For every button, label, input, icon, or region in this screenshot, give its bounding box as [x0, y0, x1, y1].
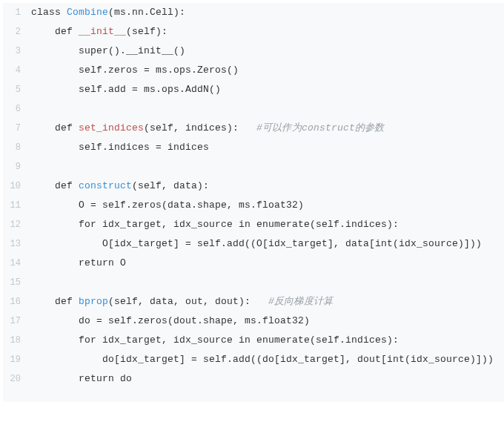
- code-line: 11 O = self.zeros(data.shape, ms.float32…: [3, 196, 504, 215]
- code-line: 9: [3, 157, 504, 177]
- code-token: return: [79, 257, 114, 268]
- code-line: 10 def construct(self, data):: [3, 177, 504, 196]
- code-token: [31, 180, 55, 191]
- code-text: return do: [31, 369, 132, 389]
- line-number: 11: [3, 196, 31, 215]
- code-token: self.add = ms.ops.AddN(): [31, 84, 221, 95]
- code-token: enumerate(self.indices):: [251, 219, 399, 230]
- code-line: 7 def set_indices(self, indices): #可以作为c…: [3, 119, 504, 138]
- code-text: return O: [31, 254, 126, 273]
- code-text: do = self.zeros(dout.shape, ms.float32): [31, 311, 310, 331]
- code-text: class Combine(ms.nn.Cell):: [31, 3, 185, 22]
- code-token: super().__init__(): [31, 45, 185, 56]
- code-token: (ms.nn.Cell):: [108, 7, 185, 18]
- code-line: 14 return O: [3, 254, 504, 273]
- code-token: __init__: [79, 26, 126, 37]
- code-text: super().__init__(): [31, 42, 185, 61]
- code-token: (self, data):: [132, 180, 209, 191]
- code-line: 6: [3, 99, 504, 119]
- code-token: [31, 257, 79, 268]
- code-token: do: [114, 373, 132, 384]
- code-token: O[idx_target] = self.add((O[idx_target],…: [31, 238, 482, 249]
- code-token: (self, indices):: [144, 122, 256, 133]
- code-text: self.indices = indices: [31, 138, 209, 157]
- code-token: def: [55, 296, 79, 307]
- code-token: in: [239, 334, 251, 346]
- line-number: 6: [3, 99, 31, 119]
- code-token: for: [79, 219, 96, 230]
- code-token: (self):: [126, 26, 168, 37]
- code-line: 2 def __init__(self):: [3, 22, 504, 42]
- line-number: 15: [3, 273, 31, 292]
- code-text: O[idx_target] = self.add((O[idx_target],…: [31, 234, 482, 254]
- code-token: [31, 373, 79, 384]
- line-number: 19: [3, 350, 31, 369]
- code-text: def set_indices(self, indices): #可以作为con…: [31, 119, 385, 138]
- line-number: 16: [3, 292, 31, 311]
- code-token: construct: [79, 180, 132, 191]
- code-line: 4 self.zeros = ms.ops.Zeros(): [3, 61, 504, 80]
- code-text: def construct(self, data):: [31, 177, 209, 196]
- code-token: Combine: [67, 7, 108, 18]
- code-token: idx_target, idx_source: [96, 219, 239, 230]
- code-token: do[idx_target] = self.add((do[idx_target…: [31, 354, 494, 365]
- code-line: 3 super().__init__(): [3, 42, 504, 61]
- line-number: 1: [3, 3, 31, 22]
- code-token: for: [79, 334, 96, 346]
- line-number: 20: [3, 369, 31, 389]
- code-token: bprop: [79, 296, 108, 307]
- code-token: self.indices = indices: [31, 142, 209, 153]
- code-token: [31, 219, 79, 230]
- code-line: 18 for idx_target, idx_source in enumera…: [3, 331, 504, 350]
- line-number: 9: [3, 157, 31, 177]
- code-text: def bprop(self, data, out, dout): #反向梯度计…: [31, 292, 333, 311]
- code-token: [31, 26, 55, 37]
- code-line: 5 self.add = ms.ops.AddN(): [3, 80, 504, 99]
- code-text: self.zeros = ms.ops.Zeros(): [31, 61, 239, 80]
- code-block: 1class Combine(ms.nn.Cell):2 def __init_…: [3, 3, 504, 402]
- code-token: idx_target, idx_source: [96, 334, 239, 346]
- code-token: (self, data, out, dout):: [108, 296, 268, 307]
- line-number: 17: [3, 311, 31, 331]
- line-number: 12: [3, 215, 31, 234]
- code-token: enumerate(self.indices):: [251, 334, 399, 346]
- code-token: return: [79, 373, 114, 384]
- line-number: 8: [3, 138, 31, 157]
- code-token: class: [31, 7, 67, 18]
- code-token: O: [114, 257, 126, 268]
- code-token: def: [55, 26, 79, 37]
- code-text: O = self.zeros(data.shape, ms.float32): [31, 196, 304, 215]
- code-scroll-region[interactable]: 1class Combine(ms.nn.Cell):2 def __init_…: [3, 3, 504, 389]
- code-token: in: [239, 219, 251, 230]
- line-number: 4: [3, 61, 31, 80]
- code-line: 8 self.indices = indices: [3, 138, 504, 157]
- line-number: 2: [3, 22, 31, 42]
- code-token: [31, 296, 55, 307]
- code-token: set_indices: [79, 122, 144, 133]
- line-number: 14: [3, 254, 31, 273]
- line-number: 7: [3, 119, 31, 138]
- line-number: 18: [3, 331, 31, 350]
- code-line: 20 return do: [3, 369, 504, 389]
- code-token: [31, 334, 79, 346]
- code-token: def: [55, 180, 79, 191]
- code-text: for idx_target, idx_source in enumerate(…: [31, 331, 399, 350]
- code-token: def: [55, 122, 79, 133]
- code-text: for idx_target, idx_source in enumerate(…: [31, 215, 399, 234]
- code-text: do[idx_target] = self.add((do[idx_target…: [31, 350, 494, 369]
- code-line: 19 do[idx_target] = self.add((do[idx_tar…: [3, 350, 504, 369]
- code-text: def __init__(self):: [31, 22, 168, 42]
- line-number: 13: [3, 234, 31, 254]
- code-token: do = self.zeros(dout.shape, ms.float32): [31, 315, 310, 326]
- line-number: 5: [3, 80, 31, 99]
- code-token: #反向梯度计算: [268, 296, 333, 307]
- code-line: 17 do = self.zeros(dout.shape, ms.float3…: [3, 311, 504, 331]
- line-number: 10: [3, 177, 31, 196]
- code-line: 16 def bprop(self, data, out, dout): #反向…: [3, 292, 504, 311]
- code-line: 15: [3, 273, 504, 292]
- code-line: 13 O[idx_target] = self.add((O[idx_targe…: [3, 234, 504, 254]
- code-content: 1class Combine(ms.nn.Cell):2 def __init_…: [3, 3, 504, 389]
- code-token: #可以作为construct的参数: [256, 122, 384, 133]
- code-token: self.zeros = ms.ops.Zeros(): [31, 65, 239, 76]
- code-text: self.add = ms.ops.AddN(): [31, 80, 221, 99]
